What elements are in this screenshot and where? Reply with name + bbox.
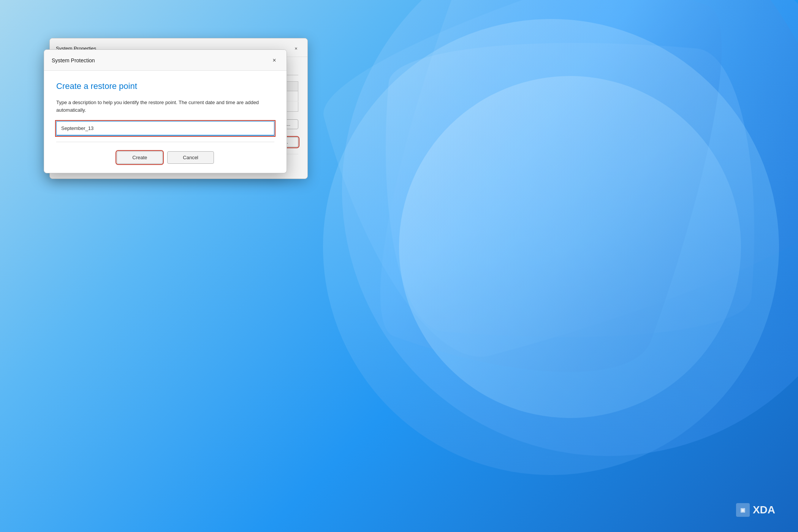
dialog-title: System Protection <box>52 57 95 63</box>
dialog-divider <box>56 142 274 142</box>
xda-logo: ▣ XDA <box>736 503 775 517</box>
dialog-description: Type a description to help you identify … <box>56 99 274 114</box>
restore-point-input[interactable] <box>56 121 274 136</box>
dialog-cancel-button[interactable]: Cancel <box>167 151 214 164</box>
dialog-titlebar: System Protection × <box>44 50 287 71</box>
restore-point-input-wrapper <box>56 121 274 136</box>
system-properties-close-button[interactable]: × <box>291 43 301 54</box>
window-controls: × <box>291 43 301 54</box>
xda-logo-text: XDA <box>753 504 775 516</box>
xda-icon-text: ▣ <box>740 507 745 513</box>
dialog-heading: Create a restore point <box>56 81 274 91</box>
dialog-content: Create a restore point Type a descriptio… <box>44 71 287 173</box>
xda-icon: ▣ <box>736 503 750 517</box>
dialog-buttons: Create Cancel <box>56 148 274 164</box>
dialog-create-button[interactable]: Create <box>117 151 163 164</box>
system-protection-dialog: System Protection × Create a restore poi… <box>44 49 287 173</box>
dialog-close-button[interactable]: × <box>268 54 280 66</box>
